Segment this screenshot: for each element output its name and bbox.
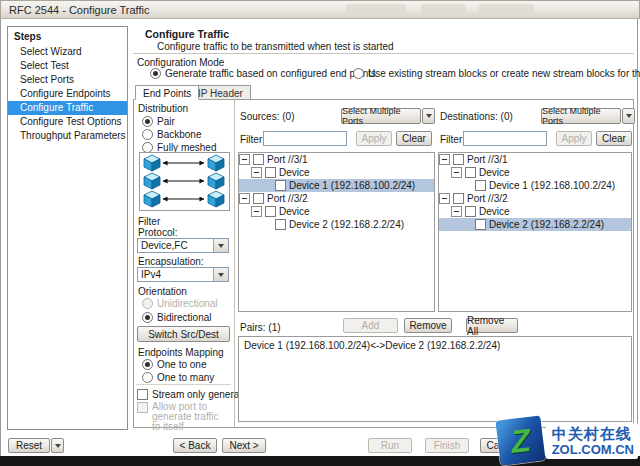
radio-icon[interactable]	[150, 68, 161, 79]
radio-icon[interactable]	[142, 298, 153, 309]
destinations-select-ports-label: Select Multiple Ports	[541, 108, 621, 124]
sources-node-device-group2[interactable]: Device	[239, 205, 434, 218]
radio-icon[interactable]	[142, 116, 153, 127]
sources-select-multiple-ports-button[interactable]: Select Multiple Ports	[341, 108, 435, 124]
radio-use-existing-streams[interactable]: Use existing stream blocks or create new…	[353, 68, 640, 79]
radio-generate-traffic[interactable]: Generate traffic based on configured end…	[150, 68, 376, 79]
node-label: Device 2 (192.168.2.2/24)	[489, 219, 604, 230]
checkbox-icon[interactable]	[275, 180, 286, 191]
destinations-clear-button[interactable]: Clear	[596, 131, 632, 146]
switch-src-dest-button[interactable]: Switch Src/Dest	[137, 326, 230, 342]
checkbox-icon[interactable]	[453, 193, 464, 204]
sources-tree[interactable]: Port //3/1 Device Device 1 (192.168.100.…	[238, 152, 435, 312]
sources-node-port2[interactable]: Port //3/2	[239, 192, 434, 205]
collapse-icon[interactable]	[439, 193, 450, 204]
sources-node-port1[interactable]: Port //3/1	[239, 153, 434, 166]
sources-node-device2[interactable]: Device 2 (192.168.2.2/24)	[239, 218, 434, 231]
checkbox-icon[interactable]	[475, 180, 486, 191]
run-button[interactable]: Run	[368, 438, 412, 453]
checkbox-icon[interactable]	[453, 154, 464, 165]
finish-button[interactable]: Finish	[425, 438, 469, 453]
back-label: < Back	[180, 440, 211, 451]
collapse-icon[interactable]	[439, 154, 450, 165]
sources-clear-button[interactable]: Clear	[396, 131, 432, 146]
chevron-down-icon	[55, 444, 61, 448]
remove-pair-button[interactable]: Remove	[404, 318, 452, 333]
sources-node-device-group1[interactable]: Device	[239, 166, 434, 179]
radio-one-to-many[interactable]: One to many	[142, 372, 214, 383]
remove-all-pairs-button[interactable]: Remove All	[466, 318, 518, 333]
protocol-dropdown[interactable]: Device,FC	[137, 238, 229, 253]
step-configure-traffic[interactable]: Configure Traffic	[8, 101, 127, 115]
reset-dropdown-button[interactable]	[51, 438, 64, 453]
steps-header: Steps	[8, 27, 127, 45]
collapse-icon[interactable]	[451, 167, 462, 178]
destinations-node-device2[interactable]: Device 2 (192.168.2.2/24)	[439, 218, 631, 231]
collapse-icon[interactable]	[451, 206, 462, 217]
checkbox-icon[interactable]	[137, 389, 148, 400]
sources-node-device1[interactable]: Device 1 (192.168.100.2/24)	[239, 179, 434, 192]
add-pair-button[interactable]: Add	[343, 318, 398, 333]
chevron-down-icon[interactable]	[422, 108, 435, 124]
collapse-icon[interactable]	[239, 193, 250, 204]
checkbox-icon[interactable]	[265, 206, 276, 217]
collapse-icon[interactable]	[239, 154, 250, 165]
destinations-node-port1[interactable]: Port //3/1	[439, 153, 631, 166]
checkbox-icon[interactable]	[253, 154, 264, 165]
radio-bidirectional[interactable]: Bidirectional	[142, 312, 211, 323]
step-select-wizard[interactable]: Select Wizard	[8, 45, 127, 59]
sources-filter-input[interactable]	[263, 131, 347, 146]
destinations-apply-button[interactable]: Apply	[556, 131, 592, 146]
destinations-node-device-group2[interactable]: Device	[439, 205, 631, 218]
window-titlebar[interactable]: RFC 2544 - Configure Traffic	[0, 0, 640, 19]
destinations-filter-input[interactable]	[463, 131, 547, 146]
radio-icon[interactable]	[142, 359, 153, 370]
chevron-down-icon[interactable]	[213, 268, 228, 281]
checkbox-icon[interactable]	[465, 167, 476, 178]
radio-unidirectional[interactable]: Unidirectional	[142, 298, 218, 309]
tab-end-points[interactable]: End Points	[135, 85, 199, 100]
collapse-icon[interactable]	[251, 167, 262, 178]
step-select-ports[interactable]: Select Ports	[8, 73, 127, 87]
zol-site-name: 中关村在线	[552, 425, 634, 442]
chevron-down-icon[interactable]	[213, 239, 228, 252]
checkbox-icon[interactable]	[253, 193, 264, 204]
checkbox-icon[interactable]	[475, 219, 486, 230]
back-button[interactable]: < Back	[173, 438, 217, 453]
encapsulation-value: IPv4	[138, 269, 213, 280]
radio-pair[interactable]: Pair	[142, 116, 175, 127]
radio-one-to-one[interactable]: One to one	[142, 359, 206, 370]
step-select-test[interactable]: Select Test	[8, 59, 127, 73]
radio-one-to-many-label: One to many	[157, 372, 214, 383]
encapsulation-dropdown[interactable]: IPv4	[137, 267, 229, 282]
radio-icon[interactable]	[353, 68, 364, 79]
destinations-tree[interactable]: Port //3/1 Device Device 1 (192.168.100.…	[438, 152, 632, 312]
destinations-node-device1[interactable]: Device 1 (192.168.100.2/24)	[439, 179, 631, 192]
checkbox-icon[interactable]	[465, 206, 476, 217]
radio-icon[interactable]	[142, 312, 153, 323]
radio-use-existing-streams-label: Use existing stream blocks or create new…	[368, 68, 640, 79]
endpoints-mapping-label: Endpoints Mapping	[138, 347, 224, 358]
radio-icon[interactable]	[142, 372, 153, 383]
pairs-list[interactable]: Device 1 (192.168.100.2/24)<->Device 2 (…	[238, 336, 632, 422]
destinations-node-device-group1[interactable]: Device	[439, 166, 631, 179]
remove-all-pairs-label: Remove All	[467, 315, 517, 337]
collapse-icon[interactable]	[251, 206, 262, 217]
checkbox-icon[interactable]	[265, 167, 276, 178]
reset-button[interactable]: Reset	[8, 438, 50, 453]
step-configure-test-options[interactable]: Configure Test Options	[8, 115, 127, 129]
next-button[interactable]: Next >	[222, 438, 266, 453]
chevron-down-icon[interactable]	[622, 108, 635, 124]
node-label: Device 1 (192.168.100.2/24)	[289, 180, 415, 191]
destinations-select-multiple-ports-button[interactable]: Select Multiple Ports	[541, 108, 635, 124]
sources-apply-button[interactable]: Apply	[356, 131, 392, 146]
pair-list-item[interactable]: Device 1 (192.168.100.2/24)<->Device 2 (…	[239, 337, 631, 351]
destinations-node-port2[interactable]: Port //3/2	[439, 192, 631, 205]
step-throughput-parameters[interactable]: Throughput Parameters	[8, 129, 127, 143]
step-configure-endpoints[interactable]: Configure Endpoints	[8, 87, 127, 101]
reset-label: Reset	[16, 440, 42, 451]
radio-icon[interactable]	[142, 129, 153, 140]
header-divider	[133, 53, 634, 54]
radio-backbone[interactable]: Backbone	[142, 129, 201, 140]
checkbox-icon[interactable]	[275, 219, 286, 230]
